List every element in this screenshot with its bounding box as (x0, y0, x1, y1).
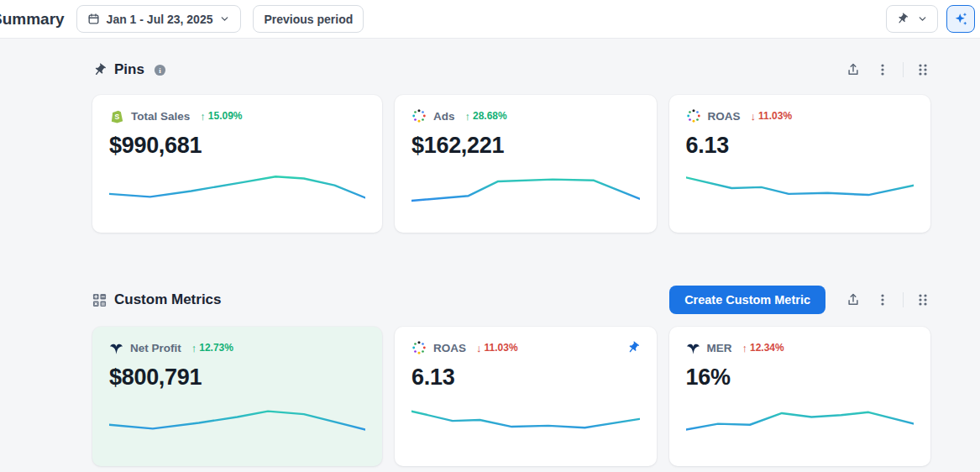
date-range-label: Jan 1 - Jul 23, 2025 (107, 13, 213, 26)
metric-label: ROAS (433, 342, 466, 354)
metric-card-total-sales: S Total Sales ↑15.09% $990,681 (92, 95, 382, 233)
metric-value: 16% (686, 364, 914, 391)
metric-value: 6.13 (411, 364, 640, 391)
ai-assistant-button[interactable] (946, 5, 975, 33)
create-custom-metric-button[interactable]: Create Custom Metric (669, 286, 825, 314)
arrow-down-icon: ↓ (476, 342, 482, 354)
google-ads-icon (411, 108, 427, 123)
more-options-button[interactable] (874, 61, 891, 78)
metric-change: ↓11.03% (476, 342, 518, 354)
metric-card-mer: MER ↑12.34% 16% (669, 327, 931, 466)
metric-label: ROAS (708, 110, 741, 123)
shopify-icon: S (109, 108, 124, 123)
arrow-down-icon: ↓ (751, 110, 757, 123)
metric-card-ads: Ads ↑28.68% $162,221 (395, 95, 657, 233)
pin-icon (896, 13, 909, 25)
export-button[interactable] (844, 60, 862, 79)
chevron-down-icon (917, 13, 928, 24)
top-bar: Summary Jan 1 - Jul 23, 2025 Previous pe… (0, 0, 980, 39)
svg-text:S: S (115, 113, 120, 121)
metric-change: ↑15.09% (200, 110, 242, 123)
calendar-icon (87, 13, 100, 25)
sparkline-chart (686, 169, 914, 207)
custom-metrics-cards-row: Net Profit ↑12.73% $800,791 ROAS ↓11.03% (92, 327, 930, 466)
google-ads-icon (411, 340, 427, 355)
page-title: Summary (0, 10, 65, 29)
grid-handle-icon (917, 293, 929, 307)
pin-dropdown-button[interactable] (886, 5, 938, 33)
metric-card-net-profit: Net Profit ↑12.73% $800,791 (92, 327, 382, 466)
metric-value: 6.13 (686, 133, 914, 159)
info-icon[interactable]: i (154, 64, 166, 76)
arrow-up-icon: ↑ (191, 342, 197, 354)
divider (903, 62, 904, 77)
metric-change: ↓11.03% (751, 110, 793, 123)
metric-label: Total Sales (131, 110, 190, 123)
drag-handle-button[interactable] (915, 61, 930, 78)
custom-metric-icon (92, 293, 107, 307)
triple-whale-icon (686, 341, 700, 355)
custom-metrics-section-title: Custom Metrics (114, 291, 222, 308)
date-range-picker[interactable]: Jan 1 - Jul 23, 2025 (76, 5, 242, 33)
metric-value: $162,221 (411, 133, 640, 159)
metric-label: Ads (433, 110, 455, 123)
divider (903, 292, 904, 307)
arrow-up-icon: ↑ (465, 110, 471, 123)
arrow-up-icon: ↑ (200, 110, 206, 123)
pinned-toggle-button[interactable] (626, 341, 640, 354)
pins-cards-row: S Total Sales ↑15.09% $990,681 Ads ↑28.6… (92, 95, 930, 233)
metric-value: $990,681 (109, 133, 365, 159)
arrow-up-icon: ↑ (742, 342, 748, 354)
metric-value: $800,791 (109, 364, 365, 391)
export-icon (846, 62, 861, 77)
previous-period-label: Previous period (264, 13, 353, 26)
pins-section-title: Pins (114, 61, 144, 78)
google-ads-icon (686, 108, 701, 123)
sparkline-chart (411, 169, 640, 207)
sparkline-chart (686, 401, 914, 439)
triple-whale-icon (109, 341, 123, 355)
kebab-menu-icon (876, 63, 889, 76)
pin-icon (92, 63, 107, 77)
metric-change: ↑28.68% (465, 110, 507, 123)
drag-handle-button[interactable] (915, 291, 930, 308)
more-options-button[interactable] (874, 291, 891, 308)
metric-label: Net Profit (130, 342, 181, 354)
export-icon (846, 292, 861, 307)
sparkline-chart (109, 169, 365, 207)
metric-label: MER (707, 342, 732, 354)
custom-metrics-section: Custom Metrics Create Custom Metric (92, 285, 930, 472)
sparkline-chart (411, 401, 640, 439)
grid-handle-icon (917, 63, 929, 76)
metric-card-roas: ROAS ↓11.03% 6.13 (669, 95, 931, 233)
pins-section: Pins i (92, 55, 930, 233)
pin-icon (626, 341, 640, 354)
previous-period-button[interactable]: Previous period (253, 5, 364, 33)
chevron-down-icon (219, 13, 230, 24)
metric-change: ↑12.34% (742, 342, 784, 354)
ai-sparkle-icon (953, 12, 968, 27)
export-button[interactable] (844, 291, 862, 309)
sparkline-chart (109, 401, 365, 439)
kebab-menu-icon (876, 293, 889, 307)
metric-change: ↑12.73% (191, 342, 233, 354)
metric-card-roas-custom: ROAS ↓11.03% 6.13 (395, 327, 657, 466)
